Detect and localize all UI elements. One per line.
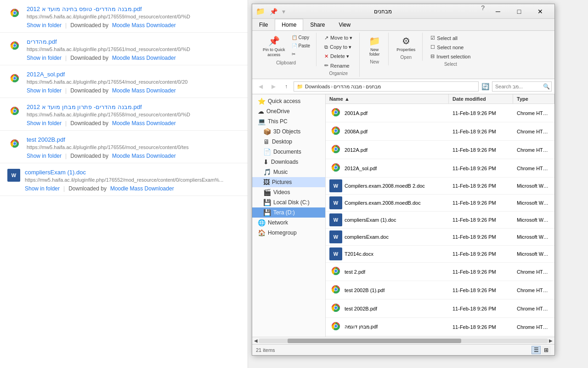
downloader-link[interactable]: Moodle Mass Downloader <box>112 87 176 94</box>
show-in-folder-link[interactable]: Show in folder <box>27 22 62 29</box>
file-row[interactable]: 2012A_sol.pdf 11-Feb-18 9:26 PM Chrome H… <box>326 159 554 178</box>
select-none-button[interactable]: ☐ Select none <box>427 43 474 52</box>
download-filename[interactable]: מבנה מהדרים- פתרון מבחן מועד א 2012.pdf <box>27 104 240 110</box>
file-row[interactable]: W Compilers.exam.2008.moedB 2.doc 11-Feb… <box>326 178 554 195</box>
column-header-date[interactable]: Date modified <box>449 94 513 104</box>
sidebar-item-pictures[interactable]: 🖼 Pictures <box>252 177 325 187</box>
sidebar-item-local_disk_c[interactable]: 💾 Local Disk (C:) <box>252 197 325 207</box>
show-in-folder-link[interactable]: Show in folder <box>27 87 62 94</box>
move-to-button[interactable]: ↗ Move to ▾ <box>321 34 356 42</box>
svg-point-7 <box>13 44 16 47</box>
sidebar-item-music[interactable]: 🎵 Music <box>252 167 325 177</box>
sidebar-item-quick_access[interactable]: ⭐ Quick access <box>252 96 325 106</box>
ribbon-tabs: File Home Share View <box>252 19 554 31</box>
tab-view[interactable]: View <box>332 19 357 30</box>
file-type: Chrome HTML Do... <box>513 109 554 117</box>
show-in-folder-link[interactable]: Show in folder <box>27 153 62 159</box>
file-row[interactable]: test 2002B.pdf 11-Feb-18 9:26 PM Chrome … <box>326 299 554 318</box>
sidebar-item-homegroup[interactable]: 🏠 Homegroup <box>252 228 325 238</box>
address-bar: ◀ ▶ ↑ 📁 Downloads › מבנה מהדרים › מבחנים… <box>252 79 554 94</box>
delete-button[interactable]: ✕ Delete ▾ <box>321 52 356 61</box>
scroll-left-arrow[interactable]: ◀ <box>253 338 259 343</box>
download-item: test 2002B.pdf https://mw5.haifa.ac.il/p… <box>0 131 248 163</box>
invert-selection-button[interactable]: ⊟ Invert selection <box>427 52 474 61</box>
delete-label: Delete ▾ <box>330 53 349 59</box>
rename-button[interactable]: ✏ Rename <box>321 61 356 70</box>
paste-button[interactable]: 📄 Paste <box>289 42 313 50</box>
downloader-link[interactable]: Moodle Mass Downloader <box>110 185 174 192</box>
download-filename[interactable]: מבנה מהדרים- טופס בחינה מועד א 2012.pdf <box>27 6 240 12</box>
address-path[interactable]: 📁 Downloads › מבנה מהדרים › מבחנים <box>294 81 479 92</box>
file-row[interactable]: W Compilers.exam.2008.moedB.doc 11-Feb-1… <box>326 195 554 212</box>
downloader-link[interactable]: Moodle Mass Downloader <box>112 22 176 29</box>
properties-button[interactable]: ⚙ Properties <box>393 34 418 54</box>
sidebar-item-videos[interactable]: 🎬 Videos <box>252 187 325 197</box>
file-row[interactable]: 2012A.pdf 11-Feb-18 9:26 PM Chrome HTML … <box>326 141 554 159</box>
up-button[interactable]: ↑ <box>281 81 292 92</box>
downloaded-by-label: Downloaded by <box>70 22 108 29</box>
file-row[interactable]: W T2014c.docx 11-Feb-18 9:26 PM Microsof… <box>326 246 554 263</box>
sidebar-icon-3d_objects: 📦 <box>263 128 271 135</box>
downloader-link[interactable]: Moodle Mass Downloader <box>112 120 176 126</box>
maximize-button[interactable]: □ <box>509 4 530 19</box>
pin-to-quick-access-button[interactable]: 📌 Pin to Quickaccess <box>260 34 288 59</box>
move-to-label: Move to ▾ <box>330 35 352 41</box>
sidebar-item-network[interactable]: 🌐 Network <box>252 218 325 228</box>
show-in-folder-link[interactable]: Show in folder <box>27 120 62 126</box>
file-row[interactable]: W compliersExam (1).doc 11-Feb-18 9:26 P… <box>326 212 554 229</box>
sidebar-item-this_pc[interactable]: 💻 This PC <box>252 116 325 126</box>
download-filename[interactable]: מהדרים.pdf <box>27 38 240 45</box>
scrollbar-track[interactable] <box>259 339 548 343</box>
pin-icon[interactable]: 📌 <box>268 7 279 16</box>
cut-button[interactable]: ✂ <box>289 50 313 58</box>
column-header-name[interactable]: Name ▲ <box>326 94 449 104</box>
refresh-button[interactable]: 🔄 <box>481 82 490 91</box>
sidebar-item-onedrive[interactable]: ☁ OneDrive <box>252 106 325 116</box>
tab-file[interactable]: File <box>252 19 275 30</box>
sidebar-item-tera_d[interactable]: 💾 Tera (D:) <box>252 207 325 218</box>
copy-to-button[interactable]: ⧉ Copy to ▾ <box>321 43 356 52</box>
download-filename[interactable]: 2012A_sol.pdf <box>27 71 240 78</box>
file-row[interactable]: test 2002B (1).pdf 11-Feb-18 9:26 PM Chr… <box>326 281 554 299</box>
file-row[interactable]: W compliersExam.doc 11-Feb-18 9:26 PM Mi… <box>326 229 554 246</box>
sidebar-item-documents[interactable]: 📄 Documents <box>252 147 325 157</box>
sidebar-item-desktop[interactable]: 🖥 Desktop <box>252 137 325 147</box>
file-chrome-icon <box>329 124 342 138</box>
file-row[interactable]: 2008A.pdf 11-Feb-18 9:26 PM Chrome HTML … <box>326 122 554 141</box>
tab-share[interactable]: Share <box>303 19 332 30</box>
download-filename[interactable]: compliersExam (1).doc <box>25 169 240 176</box>
new-folder-button[interactable]: 📁 Newfolder <box>364 34 384 58</box>
show-in-folder-link[interactable]: Show in folder <box>27 55 62 61</box>
file-row[interactable]: test 2.pdf 11-Feb-18 9:26 PM Chrome HTML… <box>326 263 554 281</box>
file-row[interactable]: 2001A.pdf 11-Feb-18 9:26 PM Chrome HTML … <box>326 104 554 122</box>
file-chrome-icon <box>329 143 342 157</box>
file-row[interactable]: מבחן דוגמה.pdf 11-Feb-18 9:26 PM Chrome … <box>326 318 554 336</box>
help-icon[interactable]: ? <box>478 4 487 19</box>
downloader-link[interactable]: Moodle Mass Downloader <box>112 55 176 61</box>
svg-point-43 <box>334 288 337 291</box>
file-name: compliersExam.doc <box>345 234 389 240</box>
file-name: 2012A_sol.pdf <box>345 166 377 171</box>
details-view-button[interactable]: ☰ <box>531 346 541 354</box>
scrollbar-thumb[interactable] <box>288 339 461 343</box>
sidebar-item-3d_objects[interactable]: 📦 3D Objects <box>252 126 325 137</box>
file-type: Chrome HTML Do... <box>513 128 554 135</box>
sidebar-item-downloads[interactable]: ⬇ Downloads <box>252 157 325 167</box>
large-icons-view-button[interactable]: ⊞ <box>542 346 551 354</box>
close-button[interactable]: ✕ <box>530 4 551 19</box>
svg-point-23 <box>334 111 337 114</box>
downloaded-by-label: Downloaded by <box>70 55 108 61</box>
select-all-button[interactable]: ☑ Select all <box>427 34 474 42</box>
downloader-link[interactable]: Moodle Mass Downloader <box>112 153 176 159</box>
downloaded-by-label: Downloaded by <box>70 87 108 94</box>
scroll-right-arrow[interactable]: ▶ <box>548 338 554 343</box>
column-header-type[interactable]: Type <box>513 94 554 104</box>
minimize-button[interactable]: ─ <box>487 4 509 19</box>
download-filename[interactable]: test 2002B.pdf <box>27 136 240 143</box>
copy-button[interactable]: 📋 Copy <box>289 34 313 41</box>
tab-home[interactable]: Home <box>275 19 303 30</box>
horizontal-scrollbar[interactable]: ◀ ▶ <box>252 337 554 344</box>
organize-label: Organize <box>329 71 348 76</box>
show-in-folder-link[interactable]: Show in folder <box>25 185 60 192</box>
sidebar-label-documents: Documents <box>273 149 301 155</box>
